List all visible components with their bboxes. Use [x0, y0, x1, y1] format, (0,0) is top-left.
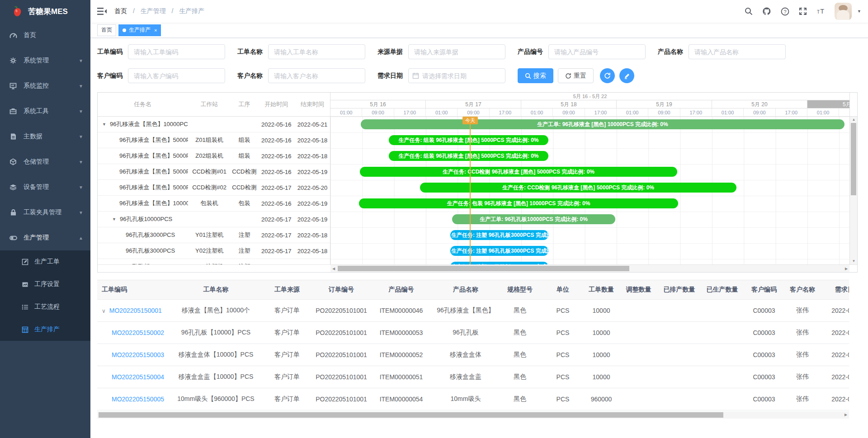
- field-label: 客户编码: [97, 72, 123, 80]
- search-button-label: 搜索: [533, 72, 546, 80]
- gantt-bar-work-order[interactable]: 生产工单: 96孔孔板10000PCS 完成比例: 0%: [452, 214, 615, 224]
- sidebar-fold-icon[interactable]: [97, 7, 107, 15]
- refresh-gantt-button[interactable]: [600, 68, 615, 83]
- gantt-bar-task-selected[interactable]: 生产任务: 注塑 96孔孔板3000PCS 完成比例: 0%: [450, 246, 548, 256]
- table-row[interactable]: MO202205150005 10mm吸头【960000】PCS 客户订单 PO…: [97, 388, 849, 410]
- work-order-link[interactable]: MO202205150005: [112, 396, 164, 403]
- sidebar-item-label: 主数据: [24, 132, 79, 141]
- sidebar-item-label: 系统监控: [24, 82, 79, 90]
- work-order-name-input[interactable]: [268, 44, 365, 59]
- work-order-link[interactable]: MO202205150003: [112, 351, 164, 358]
- customer-code-input[interactable]: [128, 68, 225, 83]
- gantt-task-row[interactable]: 96孔孔板3000PCS Y02注塑机 注塑 2022-05-17 2022-0…: [98, 243, 330, 259]
- scrollbar-thumb[interactable]: [338, 266, 629, 271]
- gantt-task-row[interactable]: 96孔移液盒【黑色】5000PCS Z02组装机 组装 2022-05-16 2…: [98, 148, 330, 164]
- table-row[interactable]: MO202205150003 移液盒盒体【10000】PCS 客户订单 PO20…: [97, 344, 849, 366]
- breadcrumb-production-mgmt[interactable]: 生产管理: [141, 7, 166, 14]
- app-logo[interactable]: 苦糖果MES: [0, 0, 90, 23]
- work-order-link[interactable]: MO202205150001: [109, 307, 162, 314]
- day-cell: 5月 17: [426, 100, 521, 108]
- gantt-task-row[interactable]: 96孔移液盒【黑色】5000PCS CCD检测#01 CCD检测 2022-05…: [98, 164, 330, 180]
- scroll-right-icon[interactable]: ▶: [843, 265, 849, 273]
- day-cell-weekend: 5月 21: [807, 100, 849, 108]
- gantt-task-row[interactable]: 96孔移液盒【黑色】10000PCS 包装机 包装 2022-05-16 202…: [98, 196, 330, 212]
- product-code-input[interactable]: [548, 44, 646, 59]
- gantt-bar-task[interactable]: 生产任务: 组装 96孔移液盒 [黑色] 5000PCS 完成比例: 0%: [389, 151, 548, 161]
- work-order-link[interactable]: MO202205150002: [112, 329, 164, 336]
- filter-row-2: 客户编码 客户名称 需求日期 搜索: [97, 68, 861, 83]
- sidebar-item-system-monitor[interactable]: 系统监控 ▼: [0, 73, 90, 99]
- sidebar-item-label: 设备管理: [24, 183, 79, 191]
- gantt-task-row[interactable]: 96孔移液盒【黑色】5000PCS Z01组装机 组装 2022-05-16 2…: [98, 132, 330, 148]
- scroll-down-icon[interactable]: ▼: [850, 258, 858, 264]
- user-menu-caret-icon[interactable]: ▼: [857, 9, 861, 14]
- close-icon[interactable]: ×: [154, 28, 157, 33]
- customer-name-input[interactable]: [268, 68, 365, 83]
- gantt-task-row[interactable]: 96孔移液盒【黑色】5000PCS CCD检测#02 CCD检测 2022-05…: [98, 180, 330, 196]
- sidebar-item-production-scheduling[interactable]: 生产排产: [0, 318, 90, 341]
- gantt-vertical-scrollbar[interactable]: ▲ ▼: [849, 93, 857, 264]
- search-icon[interactable]: [744, 7, 753, 16]
- orders-horizontal-scrollbar[interactable]: ◀ ▶: [97, 411, 849, 419]
- sidebar-item-system-mgmt[interactable]: 系统管理 ▼: [0, 48, 90, 73]
- tab-production-scheduling[interactable]: 生产排产 ×: [118, 24, 161, 36]
- sidebar-item-label: 生产排产: [34, 325, 60, 334]
- scrollbar-thumb[interactable]: [851, 123, 856, 195]
- row-expand-icon[interactable]: ∨: [102, 308, 106, 314]
- work-order-code-input[interactable]: [128, 44, 225, 59]
- gantt-horizontal-scrollbar[interactable]: ◀ ▶: [98, 264, 857, 272]
- gantt-bar-task[interactable]: 生产任务: 包装 96孔移液盒 [黑色] 10000PCS 完成比例: 0%: [359, 198, 678, 208]
- gantt-bar-task[interactable]: 生产任务: CCD检测 96孔移液盒 [黑色] 5000PCS 完成比例: 0%: [420, 183, 736, 193]
- col-process: 工序: [231, 100, 258, 108]
- sidebar-item-master-data[interactable]: 主数据 ▼: [0, 124, 90, 149]
- table-row[interactable]: ∨MO202205150001 移液盒【黑色】10000个 客户订单 PO202…: [97, 299, 849, 321]
- field-label: 需求日期: [377, 72, 403, 80]
- gantt-bar-task[interactable]: 生产任务: 组装 96孔移液盒 [黑色] 5000PCS 完成比例: 0%: [389, 135, 548, 145]
- scroll-right-icon[interactable]: ▶: [843, 411, 849, 419]
- scroll-left-icon[interactable]: ◀: [330, 265, 337, 273]
- expand-caret-icon[interactable]: ▼: [112, 217, 116, 221]
- product-name-input[interactable]: [689, 44, 786, 59]
- source-doc-input[interactable]: [408, 44, 505, 59]
- demand-date-input[interactable]: [408, 68, 505, 83]
- gantt-grid-body: ▼96孔移液盒【黑色】10000PCS 2022-05-16 2022-05-2…: [98, 117, 330, 264]
- sidebar-item-warehouse[interactable]: 仓储管理 ▼: [0, 149, 90, 174]
- scrollbar-thumb[interactable]: [99, 412, 723, 418]
- col-header: 工单编码: [97, 280, 172, 299]
- sidebar-item-process-setting[interactable]: 工序设置: [0, 273, 90, 296]
- gantt-bar-task[interactable]: 生产任务: CCD检测 96孔移液盒 [黑色] 5000PCS 完成比例: 0%: [360, 167, 677, 177]
- sidebar-item-work-order[interactable]: 生产工单: [0, 250, 90, 273]
- filter-field-product-code: 产品编号: [518, 44, 646, 59]
- table-row[interactable]: MO202205150004 移液盒盒盖【10000】PCS 客户订单 PO20…: [97, 366, 849, 388]
- breadcrumb-home[interactable]: 首页: [114, 7, 127, 14]
- chevron-down-icon: ▼: [79, 210, 83, 215]
- sidebar-item-fixtures[interactable]: 工装夹具管理 ▼: [0, 200, 90, 225]
- gantt-task-row[interactable]: 96孔孔板3000PCS Y03注塑机 注塑 2022-05-17 2022-0…: [98, 259, 330, 264]
- gantt-task-row[interactable]: ▼96孔孔板10000PCS 2022-05-17 2022-05-19: [98, 212, 330, 227]
- filter-field-source-doc: 来源单据: [377, 44, 505, 59]
- reset-button[interactable]: 重置: [558, 68, 594, 83]
- help-icon[interactable]: ?: [780, 7, 789, 16]
- font-size-icon[interactable]: TT: [816, 7, 826, 16]
- gantt-task-row[interactable]: 96孔孔板3000PCS Y01注塑机 注塑 2022-05-17 2022-0…: [98, 227, 330, 243]
- work-order-link[interactable]: MO202205150004: [112, 373, 164, 381]
- expand-caret-icon[interactable]: ▼: [102, 122, 106, 127]
- gantt-task-row[interactable]: ▼96孔移液盒【黑色】10000PCS 2022-05-16 2022-05-2…: [98, 117, 330, 132]
- gantt-bar-task-selected[interactable]: 生产任务: 注塑 96孔孔板3000PCS 完成比例: 0%: [450, 230, 548, 240]
- user-avatar[interactable]: [835, 3, 852, 20]
- sidebar-item-equipment[interactable]: 设备管理 ▼: [0, 174, 90, 200]
- edit-schedule-button[interactable]: [619, 68, 634, 83]
- sidebar-item-system-tools[interactable]: 系统工具 ▼: [0, 99, 90, 124]
- gantt-bar-work-order[interactable]: 生产工单: 96孔移液盒 [黑色] 10000PCS 完成比例: 0%: [361, 119, 844, 129]
- fullscreen-icon[interactable]: [798, 7, 807, 16]
- col-header: 需求日期: [821, 280, 849, 299]
- search-button[interactable]: 搜索: [518, 68, 553, 83]
- sidebar-item-process-flow[interactable]: 工艺流程: [0, 296, 90, 318]
- sidebar-item-home[interactable]: 首页: [0, 23, 90, 48]
- gantt-chart: 任务名 工作站 工序 开始时间 结束时间 ▼96孔移液盒【黑色】10000PCS…: [97, 92, 858, 273]
- sidebar-item-production[interactable]: 生产管理 ▲: [0, 225, 90, 250]
- scroll-up-icon[interactable]: ▲: [850, 117, 858, 123]
- github-icon[interactable]: [762, 7, 771, 16]
- table-row[interactable]: MO202205150002 96孔孔板【10000】PCS 客户订单 PO20…: [97, 321, 849, 344]
- tab-home[interactable]: 首页: [97, 24, 116, 36]
